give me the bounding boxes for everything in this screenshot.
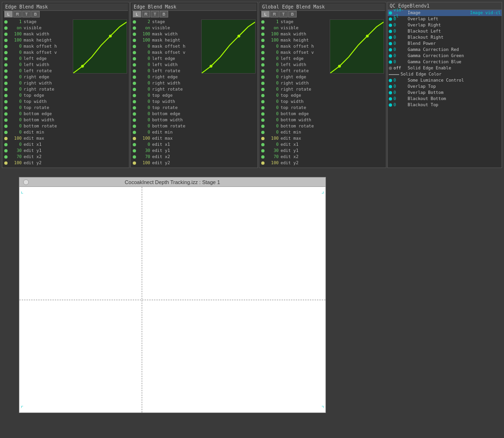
param-dot bbox=[133, 39, 136, 42]
param-name: bottom rotate bbox=[281, 123, 314, 129]
svg-point-8 bbox=[366, 34, 369, 37]
param-dot bbox=[4, 33, 8, 36]
btn-B-3[interactable]: B bbox=[288, 11, 297, 17]
param-value: 0 bbox=[9, 62, 22, 68]
param-row: 0bottom edge bbox=[261, 111, 328, 117]
stage-content: ⌞ ⌞ ⌞ ⌞ bbox=[19, 187, 325, 413]
qc-row[interactable]: 0Overlap Right bbox=[388, 22, 502, 28]
qc-row[interactable]: 0Some Luminance Control bbox=[388, 77, 502, 84]
qc-row[interactable]: 0Gamma Correction Blue bbox=[388, 59, 502, 65]
param-dot bbox=[133, 131, 136, 134]
param-name: right width bbox=[152, 80, 180, 86]
param-name: edit x2 bbox=[24, 154, 42, 160]
param-row: 0right rotate bbox=[4, 86, 71, 93]
btn-L-2[interactable]: L bbox=[133, 11, 141, 17]
stage-close-button[interactable] bbox=[23, 179, 29, 185]
param-name: mask offset v bbox=[152, 50, 185, 56]
qc-row[interactable]: 0Blend Power bbox=[388, 41, 502, 47]
param-name: mask height bbox=[281, 37, 309, 43]
qc-row[interactable]: 0Overlap Left bbox=[388, 16, 502, 22]
qc-row[interactable]: 0Blackout Top bbox=[388, 102, 502, 108]
param-dot bbox=[133, 76, 136, 79]
qc-row[interactable]: 0Blackout Left bbox=[388, 28, 502, 34]
param-value: 0 bbox=[137, 129, 150, 135]
qc-row[interactable]: vid-clImageImage vid-cl bbox=[388, 10, 502, 16]
qc-row[interactable]: 0Overlap Bottom bbox=[388, 90, 502, 96]
param-value: 70 bbox=[265, 154, 279, 160]
solid-color-swatch bbox=[389, 74, 399, 75]
param-dot bbox=[4, 94, 8, 97]
param-dot bbox=[4, 45, 8, 48]
param-value: 1 bbox=[9, 19, 22, 25]
qc-row[interactable]: 0Overlap Top bbox=[388, 84, 502, 90]
qc-param-name: Overlap Right bbox=[408, 22, 501, 28]
param-dot bbox=[4, 112, 8, 116]
btn-R-1[interactable]: R bbox=[13, 11, 22, 17]
param-dot bbox=[261, 137, 265, 140]
stage-titlebar: CocoakInect Depth Tracking.izz : Stage 1 bbox=[19, 177, 325, 187]
param-row: 0top width bbox=[261, 99, 328, 105]
param-dot bbox=[261, 33, 265, 36]
qc-value: 0 bbox=[393, 77, 407, 84]
svg-point-1 bbox=[81, 65, 84, 67]
qc-dot bbox=[389, 97, 392, 101]
param-value: 0 bbox=[9, 111, 22, 117]
param-value: 0 bbox=[137, 117, 150, 123]
param-row: 0top rotate bbox=[4, 105, 71, 111]
param-row: 0left rotate bbox=[133, 68, 199, 74]
param-value: 100 bbox=[265, 135, 279, 142]
qc-row[interactable]: offSolid Edge Enable bbox=[388, 65, 502, 71]
svg-point-5 bbox=[238, 34, 240, 37]
param-row: 0right edge bbox=[261, 74, 328, 80]
param-dot bbox=[133, 63, 136, 67]
param-name: mask offset h bbox=[152, 43, 185, 50]
qc-dot bbox=[389, 11, 392, 15]
param-row: 0edit min bbox=[4, 129, 71, 135]
corner-handle-br[interactable]: ⌞ bbox=[318, 405, 325, 412]
qc-dot bbox=[389, 42, 392, 45]
btn-L-1[interactable]: L bbox=[4, 11, 13, 17]
param-dot bbox=[133, 143, 136, 146]
qc-value: 0 bbox=[393, 41, 407, 47]
btn-R-3[interactable]: R bbox=[270, 11, 279, 17]
qc-row[interactable]: Solid Edge Color bbox=[388, 71, 502, 77]
param-name: bottom width bbox=[281, 117, 311, 123]
btn-B-2[interactable]: B bbox=[160, 11, 168, 17]
param-dot bbox=[261, 82, 265, 85]
btn-R-2[interactable]: R bbox=[142, 11, 150, 17]
qc-row[interactable]: 0Blackout Right bbox=[388, 34, 502, 41]
param-dot bbox=[4, 155, 8, 159]
corner-handle-tl[interactable]: ⌞ bbox=[20, 188, 27, 194]
param-row: 0top rotate bbox=[133, 105, 199, 111]
param-dot bbox=[4, 125, 8, 128]
btn-T-3[interactable]: T bbox=[279, 11, 288, 17]
corner-handle-bl[interactable]: ⌞ bbox=[20, 405, 27, 412]
qc-dot bbox=[389, 85, 392, 88]
param-row: 0right width bbox=[261, 80, 328, 86]
btn-B-1[interactable]: B bbox=[31, 11, 40, 17]
param-name: top width bbox=[281, 99, 304, 105]
param-dot bbox=[133, 106, 136, 110]
corner-handle-tr[interactable]: ⌞ bbox=[318, 188, 325, 194]
qc-row[interactable]: 0Gamma Correction Green bbox=[388, 53, 502, 59]
qc-row[interactable]: 0Blackout Bottom bbox=[388, 96, 502, 102]
param-value: 0 bbox=[9, 86, 22, 93]
qc-dot bbox=[389, 24, 392, 27]
qc-dot bbox=[389, 17, 392, 21]
btn-T-1[interactable]: T bbox=[22, 11, 31, 17]
param-row: 0left width bbox=[133, 62, 199, 68]
param-value: 100 bbox=[137, 160, 150, 166]
btn-L-3[interactable]: L bbox=[261, 11, 270, 17]
panel-global-edge-blend: Global Edge Blend Mask L R T B 1stageonv… bbox=[259, 2, 386, 168]
param-row: 0left width bbox=[4, 62, 71, 68]
param-name: top width bbox=[152, 99, 175, 105]
param-name: stage bbox=[281, 19, 293, 25]
param-value: 0 bbox=[137, 43, 150, 50]
lrtb-buttons-1: L R T B bbox=[3, 11, 128, 17]
param-name: left edge bbox=[24, 56, 47, 62]
param-row: 0mask offset h bbox=[133, 43, 199, 50]
param-dot bbox=[261, 20, 265, 24]
param-value: 1 bbox=[265, 19, 279, 25]
qc-row[interactable]: 0Gamma Correction Red bbox=[388, 47, 502, 53]
btn-T-2[interactable]: T bbox=[151, 11, 159, 17]
